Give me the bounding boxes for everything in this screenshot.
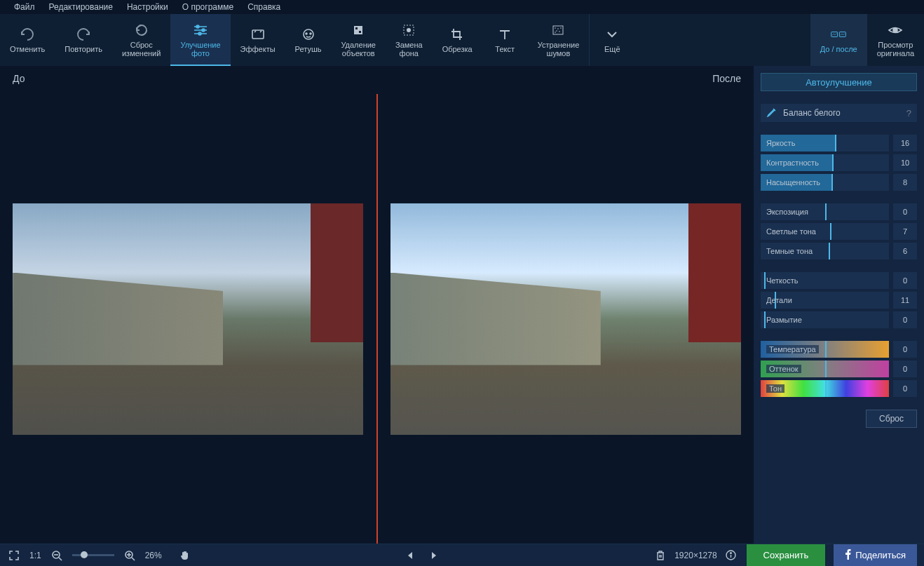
menu-settings[interactable]: Настройки (120, 2, 175, 12)
crop-icon (449, 27, 465, 42)
sharpness-slider[interactable]: Четкость0 (761, 272, 917, 289)
adjustments-panel: Автоулучшение Баланс белого ? Яркость16 … (754, 66, 924, 544)
zoom-in-icon[interactable] (123, 548, 137, 562)
zoom-value: 26% (145, 551, 162, 560)
denoise-label: Устранение шумов (538, 41, 580, 58)
redo-icon (76, 27, 91, 42)
hue-slider[interactable]: Тон0 (761, 380, 917, 397)
save-button[interactable]: Сохранить (747, 544, 826, 567)
text-icon (497, 27, 512, 42)
info-icon[interactable] (724, 548, 738, 562)
svg-point-17 (558, 28, 559, 29)
menu-file[interactable]: Файл (7, 2, 42, 12)
white-balance-row[interactable]: Баланс белого ? (761, 104, 917, 122)
contrast-value: 10 (893, 154, 917, 171)
svg-point-18 (561, 27, 562, 29)
contrast-slider[interactable]: Контрастность10 (761, 154, 917, 171)
hand-icon[interactable] (177, 548, 191, 562)
facebook-icon (845, 548, 851, 562)
zoom-out-icon[interactable] (50, 548, 64, 562)
reset-changes-label: Сброс изменений (122, 41, 161, 58)
before-after-label: До / после (820, 45, 857, 53)
auto-enhance-button[interactable]: Автоулучшение (761, 73, 917, 91)
eyedropper-icon[interactable] (766, 107, 776, 119)
blur-slider[interactable]: Размытие0 (761, 311, 917, 328)
undo-icon (20, 27, 35, 42)
zoom-slider[interactable] (72, 554, 114, 556)
svg-rect-12 (359, 31, 361, 33)
highlights-value: 7 (893, 223, 917, 240)
svg-rect-6 (252, 30, 264, 39)
before-after-button[interactable]: До / после (810, 14, 867, 66)
help-icon[interactable]: ? (906, 108, 911, 119)
text-button[interactable]: Текст (482, 14, 528, 66)
svg-point-5 (198, 32, 201, 35)
svg-rect-15 (553, 26, 563, 34)
shadows-value: 6 (893, 243, 917, 260)
undo-button[interactable]: Отменить (0, 14, 55, 66)
fit-label[interactable]: 1:1 (29, 551, 41, 560)
svg-point-3 (202, 29, 205, 32)
background-icon (401, 22, 416, 38)
more-button[interactable]: Ещё (589, 14, 634, 66)
retouch-label: Ретушь (295, 45, 322, 53)
next-icon[interactable] (427, 548, 441, 562)
chevron-down-icon (604, 27, 620, 42)
tint-value: 0 (893, 361, 917, 377)
slider-group-detail: Четкость0 Детали11 Размытие0 (761, 272, 917, 328)
redo-button[interactable]: Повторить (55, 14, 112, 66)
reset-changes-button[interactable]: Сброс изменений (112, 14, 170, 66)
compare-icon (831, 27, 846, 42)
reset-icon (134, 22, 149, 38)
preview-area: До После (0, 66, 754, 544)
crop-button[interactable]: Обрезка (433, 14, 482, 66)
retouch-button[interactable]: Ретушь (285, 14, 332, 66)
temperature-slider[interactable]: Температура0 (761, 341, 917, 358)
svg-point-9 (310, 33, 311, 34)
svg-point-24 (893, 28, 897, 32)
effects-button[interactable]: Эффекты (231, 14, 285, 66)
replace-bg-button[interactable]: Замена фона (386, 14, 433, 66)
after-label: После (712, 73, 741, 84)
redo-label: Повторить (64, 45, 102, 53)
preview-after (378, 94, 754, 544)
shadows-slider[interactable]: Темные тона6 (761, 243, 917, 260)
sharpness-value: 0 (893, 272, 917, 289)
after-image (390, 203, 741, 435)
details-slider[interactable]: Детали11 (761, 292, 917, 309)
more-label: Ещё (604, 45, 620, 53)
enhance-label: Улучшение фото (180, 41, 220, 58)
erase-icon (351, 22, 366, 38)
menu-about[interactable]: О программе (175, 2, 240, 12)
exposure-slider[interactable]: Экспозиция0 (761, 203, 917, 220)
menu-edit[interactable]: Редактирование (42, 2, 120, 12)
remove-objects-button[interactable]: Удаление объектов (331, 14, 386, 66)
svg-point-20 (559, 31, 561, 32)
menu-help[interactable]: Справка (240, 2, 287, 12)
blur-value: 0 (893, 311, 917, 328)
prev-icon[interactable] (403, 548, 417, 562)
brightness-value: 16 (893, 135, 917, 151)
remove-objects-label: Удаление объектов (341, 41, 376, 58)
preview-before (0, 94, 376, 544)
svg-point-16 (555, 27, 557, 29)
before-label: До (13, 73, 25, 84)
before-image (13, 203, 363, 435)
brightness-slider[interactable]: Яркость16 (761, 135, 917, 151)
highlights-slider[interactable]: Светлые тона7 (761, 223, 917, 240)
enhance-button[interactable]: Улучшение фото (170, 14, 230, 66)
reset-button[interactable]: Сброс (866, 410, 917, 428)
text-label: Текст (495, 45, 515, 53)
trash-icon[interactable] (653, 548, 667, 562)
share-button[interactable]: Поделиться (834, 544, 917, 567)
fullscreen-icon[interactable] (7, 548, 21, 562)
denoise-button[interactable]: Устранение шумов (528, 14, 590, 66)
tint-slider[interactable]: Оттенок0 (761, 361, 917, 377)
details-value: 11 (893, 292, 917, 309)
saturation-slider[interactable]: Насыщенность8 (761, 174, 917, 191)
view-original-button[interactable]: Просмотр оригинала (867, 14, 924, 66)
slider-group-tone: Экспозиция0 Светлые тона7 Темные тона6 (761, 203, 917, 260)
svg-point-7 (304, 29, 313, 39)
share-label: Поделиться (855, 550, 906, 560)
noise-icon (550, 22, 566, 38)
